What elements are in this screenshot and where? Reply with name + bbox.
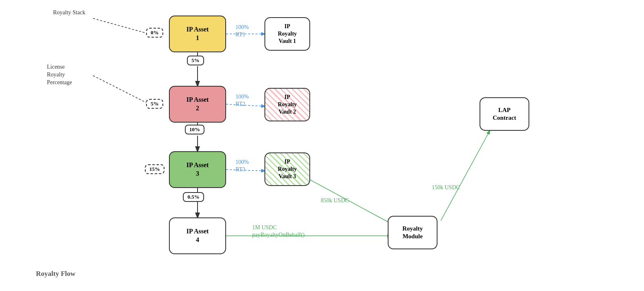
ip-asset-1: IP Asset1 — [169, 16, 226, 52]
svg-line-0 — [93, 18, 148, 34]
rt1-label: 100%RT1 — [235, 24, 249, 38]
pay-label: 1M USDCpayRoyaltyOnBehalf() — [252, 224, 304, 239]
ip-asset-4: IP Asset4 — [169, 217, 226, 254]
diagram-title: Royalty Flow — [36, 270, 76, 278]
royalty-module: RoyaltyModule — [388, 216, 437, 249]
royalty-stack-label: Royalty Stack — [53, 9, 85, 17]
rt2-label: 100%RT2 — [235, 93, 249, 108]
ip-royalty-vault-3: IPRoyaltyVault 3 — [264, 152, 310, 186]
license-royalty-label: LicenseRoyaltyPercentage — [47, 63, 72, 87]
diagram: Royalty Stack LicenseRoyaltyPercentage I… — [0, 0, 644, 291]
ip-royalty-vault-2: IPRoyaltyVault 2 — [264, 88, 310, 121]
pct-0: 0% — [146, 28, 163, 38]
rt3-label: 100%RT3 — [235, 159, 249, 173]
pct-10: 10% — [185, 125, 204, 134]
pct-15: 15% — [145, 164, 164, 174]
svg-line-13 — [441, 131, 490, 221]
ip-asset-3: IP Asset3 — [169, 151, 226, 188]
usdc850-label: 850k USDC — [321, 197, 349, 204]
arrows-svg — [0, 0, 644, 291]
pct-5-down: 5% — [187, 56, 204, 65]
lap-contract: LAPContract — [480, 97, 529, 131]
pct-05: 0.5% — [183, 192, 204, 202]
svg-line-1 — [93, 76, 148, 103]
ip-asset-2: IP Asset2 — [169, 86, 226, 123]
pct-5-left: 5% — [146, 99, 163, 109]
ip-royalty-vault-1: IPRoyaltyVault 1 — [264, 17, 310, 51]
usdc150-label: 150k USDC — [432, 184, 460, 191]
